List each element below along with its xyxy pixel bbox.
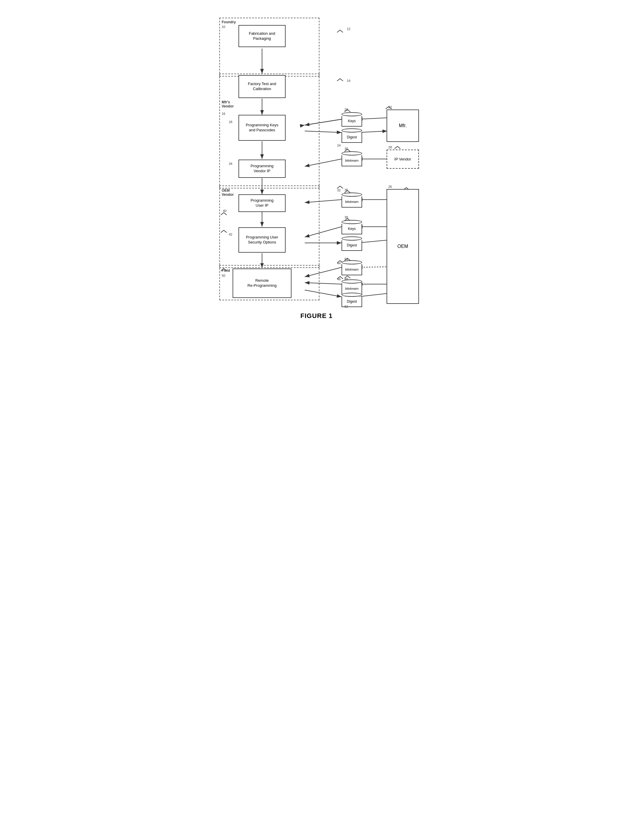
remote-reprog-box: RemoteRe-Programming	[233, 268, 292, 298]
keys-20-cylinder: Keys	[341, 112, 362, 126]
number-18: 18	[229, 120, 232, 124]
number-34: 34	[229, 162, 232, 166]
mfr-vendor-number: 16	[222, 112, 225, 115]
figure-caption: FIGURE 1	[210, 312, 423, 320]
svg-line-12	[358, 131, 387, 133]
number-22: 22	[388, 106, 392, 109]
bitstream-30-cylinder: bitstream	[341, 151, 362, 166]
foundry-label: Foundry	[222, 20, 236, 24]
oem-vendor-number: 40	[223, 209, 226, 213]
keys-38-cylinder: Keys	[341, 219, 362, 234]
digest-24-cylinder: Digest	[341, 128, 362, 143]
prog-user-ip-box: ProgrammingUser IP	[238, 194, 286, 212]
prog-user-sec-box: Programming UserSecurity Options	[238, 227, 286, 253]
field-label: Field	[222, 268, 230, 273]
bitstream-36-cylinder: bitstream	[341, 192, 362, 208]
factory-test-box: Factory Test andCalibration	[238, 75, 286, 98]
number-44: 44	[337, 261, 341, 265]
number-38: 38	[344, 216, 348, 219]
number-12: 12	[347, 27, 350, 31]
number-32: 32	[337, 188, 341, 192]
oem-box: OEM	[387, 189, 419, 304]
number-26: 26	[388, 185, 392, 188]
mfr-vendor-label: Mfr'sVendor	[222, 100, 234, 108]
digest-oem-cylinder: Digest	[341, 236, 362, 251]
fabrication-box: Fabrication and Packaging	[238, 25, 286, 47]
svg-line-9	[358, 118, 387, 119]
prog-vendor-ip-box: ProgrammingVendor IP	[238, 159, 286, 178]
ip-vendor-box: IP Vendor	[387, 150, 419, 169]
oem-vendor-label: OEMVendor	[222, 188, 234, 197]
page: Foundry 10 Mfr'sVendor 16 OEMVendor 40 F…	[205, 6, 428, 332]
foundry-number: 10	[222, 25, 225, 28]
number-52: 52	[344, 305, 348, 308]
number-46: 46	[337, 277, 341, 281]
number-30: 30	[344, 147, 348, 150]
number-14: 14	[347, 79, 350, 82]
number-36: 36	[344, 188, 348, 192]
number-42: 42	[229, 233, 232, 236]
number-24: 24	[337, 144, 341, 147]
mfr-box: Mfr.	[387, 109, 419, 142]
number-20: 20	[344, 108, 348, 111]
bitstream-54-cylinder: bitstream	[341, 260, 362, 275]
diagram-area: Foundry 10 Mfr'sVendor 16 OEMVendor 40 F…	[210, 15, 423, 303]
field-number: 50	[222, 274, 225, 277]
number-28: 28	[388, 145, 392, 149]
prog-keys-box: Programming Keysand Passcodes	[238, 115, 286, 141]
